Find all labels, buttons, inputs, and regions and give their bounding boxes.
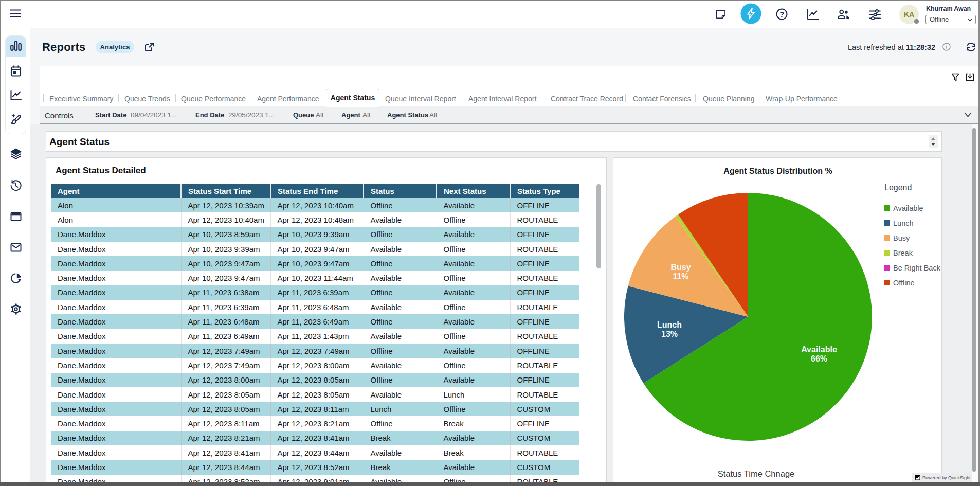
svg-text:?: ? bbox=[779, 10, 784, 19]
